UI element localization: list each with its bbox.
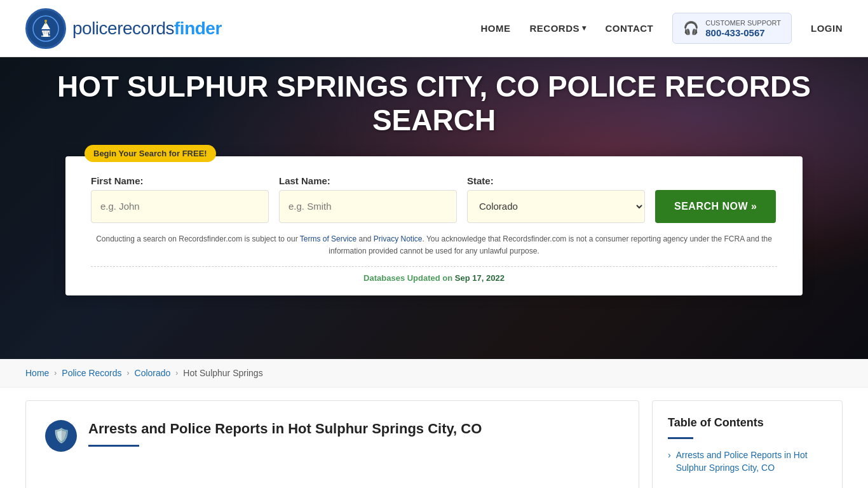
search-fields: First Name: Last Name: State: Colorado A… xyxy=(91,175,777,223)
search-box: Begin Your Search for FREE! First Name: … xyxy=(65,156,803,295)
breadcrumb-colorado[interactable]: Colorado xyxy=(135,368,171,378)
main-content: 🛡️ Arrests and Police Reports in Hot Sul… xyxy=(25,400,639,488)
last-name-label: Last Name: xyxy=(279,175,457,186)
nav-home[interactable]: HOME xyxy=(480,23,510,34)
nav-records[interactable]: RECORDS ▾ xyxy=(529,23,586,34)
content-area: 🛡️ Arrests and Police Reports in Hot Sul… xyxy=(0,400,868,488)
nav-contact[interactable]: CONTACT xyxy=(606,23,654,34)
toc-arrow-icon: › xyxy=(668,450,671,460)
search-disclaimer: Conducting a search on Recordsfinder.com… xyxy=(91,233,777,257)
toc-item[interactable]: › Arrests and Police Reports in Hot Sulp… xyxy=(668,449,827,474)
svg-rect-11 xyxy=(41,36,50,37)
first-name-group: First Name: xyxy=(91,175,269,223)
logo-text: policerecordsfinder xyxy=(72,18,222,39)
svg-rect-8 xyxy=(46,30,47,34)
logo-icon xyxy=(25,8,66,49)
breadcrumb: Home › Police Records › Colorado › Hot S… xyxy=(0,359,868,388)
first-name-input[interactable] xyxy=(91,190,269,223)
article-underline xyxy=(88,445,139,447)
shield-icon: 🛡️ xyxy=(53,428,70,444)
toc-title: Table of Contents xyxy=(668,416,827,430)
breadcrumb-sep-1: › xyxy=(54,369,57,377)
toc-divider xyxy=(668,437,693,439)
svg-rect-6 xyxy=(43,30,44,34)
nav-login[interactable]: LOGIN xyxy=(811,23,843,34)
db-updated: Databases Updated on Sep 17, 2022 xyxy=(91,273,777,283)
badge-icon: 🛡️ xyxy=(45,420,77,452)
sidebar: Table of Contents › Arrests and Police R… xyxy=(652,400,843,488)
logo[interactable]: policerecordsfinder xyxy=(25,8,222,49)
customer-support-button[interactable]: 🎧 CUSTOMER SUPPORT 800-433-0567 xyxy=(672,13,792,44)
article-title: Arrests and Police Reports in Hot Sulphu… xyxy=(88,420,482,438)
article-title-area: Arrests and Police Reports in Hot Sulphu… xyxy=(88,420,482,447)
breadcrumb-home[interactable]: Home xyxy=(25,368,49,378)
state-select[interactable]: Colorado Alabama Alaska Arizona Arkansas… xyxy=(467,190,645,223)
chevron-down-icon: ▾ xyxy=(582,24,587,32)
svg-rect-7 xyxy=(44,30,46,34)
svg-point-5 xyxy=(44,20,47,22)
breadcrumb-current: Hot Sulphur Springs xyxy=(183,368,262,378)
site-header: policerecordsfinder HOME RECORDS ▾ CONTA… xyxy=(0,0,868,57)
hero-title: HOT SULPHUR SPRINGS CITY, CO POLICE RECO… xyxy=(25,70,843,137)
state-group: State: Colorado Alabama Alaska Arizona A… xyxy=(467,175,645,223)
breadcrumb-sep-2: › xyxy=(127,369,130,377)
article-header: 🛡️ Arrests and Police Reports in Hot Sul… xyxy=(45,420,620,452)
first-name-label: First Name: xyxy=(91,175,269,186)
hero-section: HOT SULPHUR SPRINGS CITY, CO POLICE RECO… xyxy=(0,57,868,359)
privacy-link[interactable]: Privacy Notice xyxy=(374,234,423,243)
headphone-icon: 🎧 xyxy=(683,20,699,36)
last-name-group: Last Name: xyxy=(279,175,457,223)
terms-link[interactable]: Terms of Service xyxy=(300,234,356,243)
search-button[interactable]: SEARCH NOW » xyxy=(655,190,776,223)
search-divider xyxy=(91,266,777,267)
toc-box: Table of Contents › Arrests and Police R… xyxy=(652,400,843,488)
svg-rect-10 xyxy=(49,30,50,34)
breadcrumb-police-records[interactable]: Police Records xyxy=(62,368,121,378)
free-badge: Begin Your Search for FREE! xyxy=(85,145,216,162)
support-info: CUSTOMER SUPPORT 800-433-0567 xyxy=(705,18,781,38)
main-nav: HOME RECORDS ▾ CONTACT 🎧 CUSTOMER SUPPOR… xyxy=(480,13,843,44)
breadcrumb-sep-3: › xyxy=(175,369,178,377)
hero-content: HOT SULPHUR SPRINGS CITY, CO POLICE RECO… xyxy=(0,70,868,156)
toc-link[interactable]: Arrests and Police Reports in Hot Sulphu… xyxy=(676,449,827,474)
state-label: State: xyxy=(467,175,645,186)
last-name-input[interactable] xyxy=(279,190,457,223)
svg-rect-9 xyxy=(48,30,49,34)
